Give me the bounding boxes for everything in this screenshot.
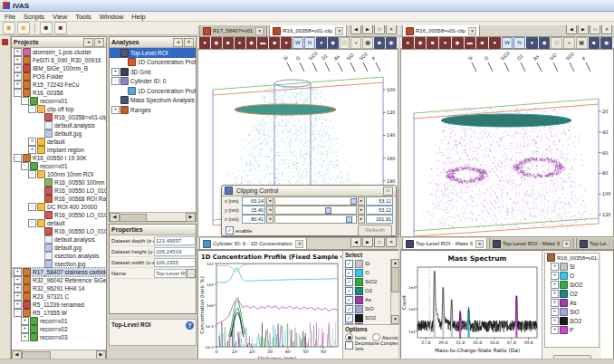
zoom-icon[interactable]: ● [235,37,245,49]
clip-slider[interactable] [274,206,357,215]
ion-checkbox[interactable]: ✓ [345,278,353,286]
clipping-dialog-pin-button[interactable]: □ [383,187,393,196]
expand-icon[interactable]: + [111,106,120,114]
expand-icon[interactable]: + [14,56,22,64]
projects-collapse-button[interactable]: ◂ [83,38,93,47]
clip-max-value[interactable]: 53.12 [366,206,393,215]
tree-item[interactable]: R16_00550 100nm 10nm Pro... [12,178,106,187]
ion-checkbox[interactable]: ✓ [345,260,353,268]
clip-slider[interactable] [274,196,357,206]
pane-maximize-button[interactable]: □ [374,238,385,247]
settings-icon[interactable]: ◉ [386,37,397,49]
clipping-control-dialog[interactable]: Clipping Control □ x (nm)-53.14◄►53.12y … [221,185,397,236]
north-view-icon[interactable]: N [513,37,525,49]
expand-icon[interactable]: + [14,284,22,292]
pane-close-button[interactable]: ✕ [386,25,397,34]
clip-max-value[interactable]: 201.91 [366,215,393,224]
expand-icon[interactable]: + [551,281,559,289]
west-view-icon[interactable]: W [502,37,513,49]
clip-box-icon[interactable]: □ [340,37,350,49]
scroll-thumb[interactable] [120,214,147,222]
help-icon[interactable]: ? [186,321,194,330]
analyses-close-button[interactable]: ✕ [184,38,194,47]
expand-icon[interactable]: + [28,138,36,146]
scroll-left-icon[interactable]: ◀ [12,350,22,359]
tree-item[interactable]: xsection.analysis [12,252,106,260]
pane-prev-button[interactable]: ◀ [566,25,577,34]
atomic-radio[interactable] [372,333,380,341]
property-value[interactable]: 106.24519 [154,247,196,256]
expand-icon[interactable]: + [551,308,559,316]
clip-slider[interactable] [274,215,357,224]
expand-icon[interactable]: + [14,276,22,284]
settings-icon[interactable]: ◉ [600,37,612,49]
ion-checkbox[interactable]: ✓ [345,296,353,304]
menu-scripts[interactable]: Scripts [24,13,44,21]
expand-icon[interactable]: + [551,317,559,325]
projects-hscrollbar[interactable]: ◀▶ [12,350,106,359]
expand-icon[interactable]: + [28,146,36,154]
viewer-right-canvas[interactable]: 20406080100120SiOSiO2O2AsSiOSO2P [400,49,614,237]
expand-icon[interactable]: + [14,48,22,56]
tree-item[interactable]: +SiO [545,307,599,316]
scroll-left-icon[interactable]: ◀ [110,213,120,222]
collapse-icon[interactable]: - [28,170,36,178]
clip-box-icon[interactable]: □ [551,37,562,49]
decompose-checkbox[interactable] [345,341,353,350]
tree-item[interactable]: -R16_00550 I 19 30K [12,154,106,162]
refresh-button[interactable]: Refresh [358,225,392,236]
ion-checkbox[interactable]: ✓ [345,287,353,295]
ruler-icon[interactable]: ▬ [257,37,268,49]
slice-icon[interactable]: ■ [476,37,488,49]
tree-item[interactable]: +R15_72243 FeCu [12,81,106,89]
fly-icon[interactable]: ◆ [246,37,257,49]
tree-item[interactable]: Mass Spectrum Analysis [110,96,196,106]
snapshot-icon[interactable]: ■ [589,37,600,49]
ion-checkbox[interactable]: ✓ [345,323,353,325]
collapse-icon[interactable]: - [14,154,22,162]
expand-icon[interactable]: + [111,68,120,76]
tree-item[interactable]: default.analysis [12,121,106,129]
tree-item[interactable]: +recon=v02 [12,325,106,333]
north-view-icon[interactable]: N [304,37,315,49]
axes-icon[interactable]: + [563,37,575,49]
tree-item[interactable]: R16_00358=v01.root [545,254,599,262]
ion-checkbox[interactable]: ✓ [345,305,353,313]
analyses-hscrollbar[interactable]: ◀▶ [110,212,196,221]
expand-icon[interactable]: + [21,333,29,341]
tab-close-icon[interactable]: ✕ [475,240,484,248]
clip-min-value[interactable]: 15.40 [242,206,265,215]
pane-next-button[interactable]: ▶ [578,25,589,34]
name-edit-button[interactable]: … [187,269,196,278]
tree-item[interactable]: xsection.jpg [12,260,106,268]
pane-close-button[interactable]: ✕ [601,25,612,34]
camera-icon[interactable]: ● [199,37,210,49]
spin-left-icon[interactable]: ◄ [266,206,273,215]
expand-icon[interactable]: + [14,292,22,301]
tree-item[interactable]: +R17_58407 stainless carbides [12,268,106,276]
menu-help[interactable]: Help [131,13,145,21]
tree-item[interactable]: +FeSiTi 6_090_R30_00916 [12,56,106,64]
tab-close-icon[interactable]: ✕ [468,27,476,35]
tree-item[interactable]: +SiO2 [545,280,599,289]
tree-item[interactable]: -R16_00358 [12,89,106,97]
tree-item[interactable]: +Si [545,262,599,271]
tree-item[interactable]: R16_00358=v01-clip.pos [12,113,106,121]
collapse-icon[interactable]: - [28,219,36,227]
property-value[interactable]: 106.2355 [154,258,196,267]
menu-view[interactable]: View [53,13,67,21]
isosurface-icon[interactable]: ◆ [328,37,339,49]
pane-close-button[interactable]: ✕ [386,238,397,247]
pane-next-button[interactable]: ▶ [362,25,373,34]
tree-item[interactable]: R16_00550 LO_01020 HfTiN_ [12,227,106,235]
grid-toggle-icon[interactable]: ▦ [576,37,588,49]
enable-checkbox[interactable]: ✓ [225,226,234,235]
collapse-icon[interactable]: - [28,105,36,113]
clip-slider-handle[interactable] [346,216,352,223]
view-tab[interactable]: R17_58407=v01✕ [199,25,267,36]
point-cloud-view-full[interactable]: 20406080100120SiOSiO2O2AsSiOSO2P [401,50,613,236]
zoom-icon[interactable]: ● [439,37,451,49]
tree-item[interactable]: -DC ROI 400 20000 [12,203,106,211]
clip-slider-handle[interactable] [325,207,331,214]
tab-close-icon[interactable]: ✕ [255,27,264,35]
